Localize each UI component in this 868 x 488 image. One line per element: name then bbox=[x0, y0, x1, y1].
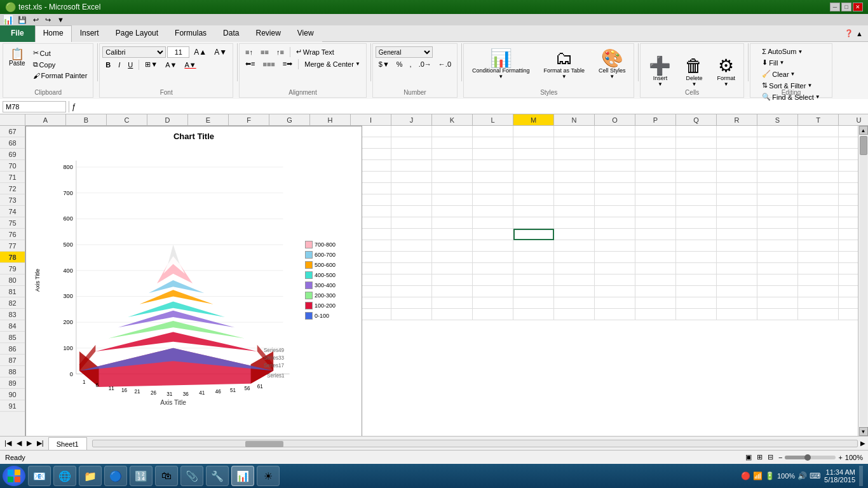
row-77[interactable]: 77 bbox=[0, 240, 25, 252]
row-70[interactable]: 70 bbox=[0, 160, 25, 172]
taskbar-explorer[interactable]: 📁 bbox=[79, 466, 102, 486]
scroll-thumb[interactable] bbox=[860, 136, 867, 155]
maximize-button[interactable]: □ bbox=[841, 3, 851, 11]
insert-button[interactable]: ➕ Insert ▼ bbox=[643, 55, 677, 89]
cell-l67[interactable] bbox=[473, 126, 513, 137]
formula-input[interactable] bbox=[79, 103, 865, 111]
paste-button[interactable]: 📋 Paste bbox=[6, 46, 29, 69]
align-top-right-button[interactable]: ↑≡ bbox=[273, 47, 287, 57]
align-top-left-button[interactable]: ≡↑ bbox=[242, 47, 256, 57]
taskbar-calculator[interactable]: 🔢 bbox=[130, 466, 153, 486]
cell-s67[interactable] bbox=[757, 126, 798, 137]
taskbar-chrome[interactable]: 🔵 bbox=[104, 466, 127, 486]
col-header-i[interactable]: I bbox=[351, 114, 391, 125]
tab-page-layout[interactable]: Page Layout bbox=[107, 25, 166, 42]
increase-decimal-button[interactable]: .0→ bbox=[416, 59, 435, 69]
taskbar-ie[interactable]: 🌐 bbox=[53, 466, 76, 486]
tab-formulas[interactable]: Formulas bbox=[166, 25, 215, 42]
close-button[interactable]: ✕ bbox=[853, 3, 863, 11]
align-left-button[interactable]: ⬅≡ bbox=[242, 58, 258, 69]
show-desktop-button[interactable] bbox=[859, 466, 863, 486]
cell-j67[interactable] bbox=[391, 126, 432, 137]
row-73[interactable]: 73 bbox=[0, 194, 25, 206]
col-header-u[interactable]: U bbox=[839, 114, 868, 125]
col-header-a[interactable]: A bbox=[25, 114, 66, 125]
col-header-f[interactable]: F bbox=[229, 114, 269, 125]
row-69[interactable]: 69 bbox=[0, 149, 25, 160]
taskbar-misc1[interactable]: 📎 bbox=[180, 466, 203, 486]
format-as-table-button[interactable]: 🗂 Format as Table ▼ bbox=[538, 48, 590, 81]
align-right-button[interactable]: ≡➡ bbox=[280, 58, 295, 69]
tray-sound-icon[interactable]: 🔊 bbox=[797, 471, 807, 480]
tab-file[interactable]: File bbox=[0, 25, 35, 42]
col-header-k[interactable]: K bbox=[432, 114, 473, 125]
cell-n67[interactable] bbox=[554, 126, 595, 137]
row-89[interactable]: 89 bbox=[0, 377, 25, 389]
vertical-scrollbar[interactable]: ▲ ▼ bbox=[858, 126, 868, 436]
col-header-m[interactable]: M bbox=[513, 114, 554, 125]
percent-button[interactable]: % bbox=[393, 59, 406, 69]
cut-button[interactable]: ✂ Cut bbox=[30, 48, 91, 58]
align-center-button[interactable]: ≡≡≡ bbox=[260, 59, 278, 69]
format-button[interactable]: ⚙ Format ▼ bbox=[711, 55, 741, 89]
tab-home[interactable]: Home bbox=[35, 25, 72, 42]
row-82[interactable]: 82 bbox=[0, 297, 25, 309]
tab-view[interactable]: View bbox=[289, 25, 322, 42]
customize-icon[interactable]: ▼ bbox=[55, 15, 66, 24]
font-name-select[interactable]: Calibri bbox=[102, 46, 166, 58]
cell-styles-button[interactable]: 🎨 Cell Styles ▼ bbox=[593, 48, 632, 81]
row-90[interactable]: 90 bbox=[0, 389, 25, 400]
col-header-d[interactable]: D bbox=[147, 114, 188, 125]
align-top-center-button[interactable]: ≡≡ bbox=[257, 47, 272, 57]
col-header-h[interactable]: H bbox=[310, 114, 351, 125]
tab-insert[interactable]: Insert bbox=[72, 25, 107, 42]
tray-network-icon[interactable]: 📶 bbox=[753, 471, 763, 480]
tab-first-button[interactable]: |◀ bbox=[3, 439, 13, 447]
row-76[interactable]: 76 bbox=[0, 229, 25, 240]
name-box[interactable] bbox=[3, 101, 66, 112]
row-85[interactable]: 85 bbox=[0, 332, 25, 343]
borders-button[interactable]: ⊞▼ bbox=[142, 59, 161, 70]
undo-icon[interactable]: ↩ bbox=[31, 15, 41, 25]
sheet-tab-sheet1[interactable]: Sheet1 bbox=[48, 437, 87, 450]
decrease-decimal-button[interactable]: ←.0 bbox=[435, 59, 454, 69]
tray-keyboard-icon[interactable]: ⌨ bbox=[810, 471, 820, 480]
start-button[interactable] bbox=[3, 466, 25, 486]
row-79[interactable]: 79 bbox=[0, 263, 25, 274]
cell-t67[interactable] bbox=[798, 126, 839, 137]
col-header-n[interactable]: N bbox=[554, 114, 595, 125]
col-header-l[interactable]: L bbox=[473, 114, 513, 125]
cell-p67[interactable] bbox=[635, 126, 676, 137]
comma-button[interactable]: , bbox=[407, 59, 415, 69]
format-painter-button[interactable]: 🖌 Format Painter bbox=[30, 71, 91, 81]
chart-container[interactable]: Chart Title Axis Title bbox=[25, 126, 362, 436]
col-header-p[interactable]: P bbox=[635, 114, 676, 125]
taskbar-misc2[interactable]: 🔧 bbox=[206, 466, 229, 486]
tab-last-button[interactable]: ▶| bbox=[35, 439, 46, 447]
tray-icon-1[interactable]: 🔴 bbox=[741, 471, 750, 480]
h-scroll-right-button[interactable]: ▶ bbox=[858, 440, 868, 447]
copy-button[interactable]: ⧉ Copy bbox=[30, 59, 91, 70]
col-header-j[interactable]: J bbox=[391, 114, 432, 125]
minimize-button[interactable]: ─ bbox=[830, 3, 840, 11]
delete-button[interactable]: 🗑 Delete ▼ bbox=[679, 55, 709, 89]
col-header-s[interactable]: S bbox=[757, 114, 798, 125]
tab-next-button[interactable]: ▶ bbox=[25, 439, 34, 447]
row-68[interactable]: 68 bbox=[0, 137, 25, 149]
col-header-b[interactable]: B bbox=[66, 114, 107, 125]
cell-q67[interactable] bbox=[676, 126, 717, 137]
tab-prev-button[interactable]: ◀ bbox=[15, 439, 24, 447]
row-81[interactable]: 81 bbox=[0, 286, 25, 297]
row-86[interactable]: 86 bbox=[0, 343, 25, 355]
fill-color-button[interactable]: A▼ bbox=[162, 60, 180, 70]
clock[interactable]: 11:34 AM 5/18/2015 bbox=[824, 468, 855, 484]
font-size-input[interactable] bbox=[167, 46, 189, 58]
col-header-q[interactable]: Q bbox=[676, 114, 717, 125]
row-67[interactable]: 67 bbox=[0, 126, 25, 137]
tab-data[interactable]: Data bbox=[215, 25, 247, 42]
cell-r67[interactable] bbox=[717, 126, 757, 137]
h-scroll-thumb[interactable] bbox=[245, 441, 283, 447]
zoom-out-button[interactable]: − bbox=[778, 454, 782, 461]
normal-view-icon[interactable]: ▣ bbox=[745, 453, 752, 461]
row-88[interactable]: 88 bbox=[0, 366, 25, 377]
